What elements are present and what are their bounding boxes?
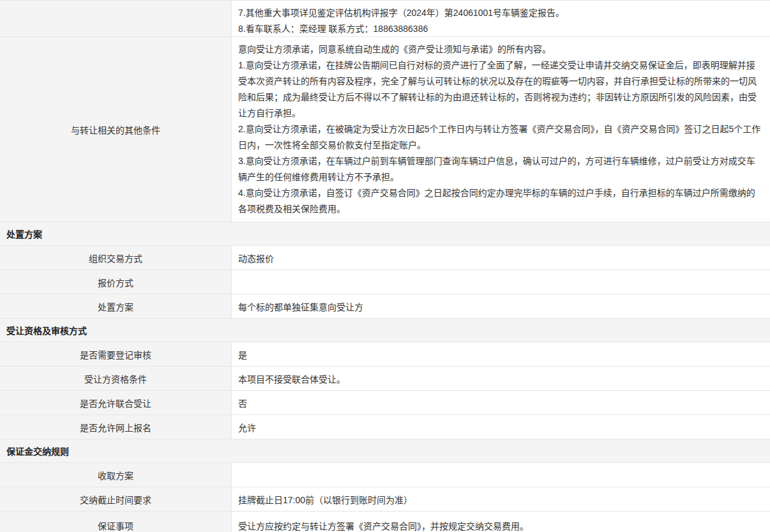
- row-label: 与转让相关的其他条件: [0, 37, 232, 222]
- row-value: 本项目不接受联合体受让。: [232, 367, 770, 390]
- asset-transfer-detail-table: 7.其他重大事项详见鉴定评估机构评报字（2024年）第24061001号车辆鉴定…: [0, 0, 770, 532]
- condition-paragraph: 意向受让方须承诺，同意系统自动生成的《资产受让须知与承诺》的所有内容。: [238, 42, 764, 57]
- row-value: 挂牌截止日17:00前（以银行到账时间为准）: [232, 487, 770, 511]
- condition-paragraph: 2.意向受让方须承诺，在被确定为受让方次日起5个工作日内与转让方签署《资产交易合…: [238, 121, 764, 153]
- row-value: [232, 270, 770, 294]
- table-row: 报价方式: [0, 270, 770, 294]
- table-row-other-conditions: 与转让相关的其他条件 意向受让方须承诺，同意系统自动生成的《资产受让须知与承诺》…: [0, 37, 770, 222]
- row-value-other-conditions: 意向受让方须承诺，同意系统自动生成的《资产受让须知与承诺》的所有内容。 1.意向…: [232, 37, 770, 222]
- section-header-deposit-rules: 保证金交纳规则: [0, 439, 770, 463]
- row-label: 报价方式: [0, 270, 232, 294]
- row-value: 否: [232, 391, 770, 414]
- table-row-notes: 7.其他重大事项详见鉴定评估机构评报字（2024年）第24061001号车辆鉴定…: [0, 1, 770, 37]
- row-label: 是否允许联合受让: [0, 391, 232, 414]
- table-row: 收取方案: [0, 463, 770, 487]
- table-row: 处置方案 每个标的都单独征集意向受让方: [0, 294, 770, 319]
- row-label: 是否需要登记审核: [0, 342, 232, 366]
- table-row: 保证事项 受让方应按约定与转让方签署《资产交易合同》，并按规定交纳交易费用。: [0, 512, 770, 532]
- section-header-disposal-plan: 处置方案: [0, 222, 770, 246]
- row-value: [232, 463, 770, 487]
- section-title: 保证金交纳规则: [6, 445, 69, 457]
- row-value: 每个标的都单独征集意向受让方: [232, 294, 770, 318]
- table-row: 交纳截止时间要求 挂牌截止日17:00前（以银行到账时间为准）: [0, 487, 770, 512]
- row-value: 是: [232, 342, 770, 366]
- condition-paragraph: 4.意向受让方须承诺，自签订《资产交易合同》之日起按合同约定办理完毕标的车辆的过…: [238, 185, 764, 217]
- row-label: 是否允许网上报名: [0, 415, 232, 439]
- row-value-notes: 7.其他重大事项详见鉴定评估机构评报字（2024年）第24061001号车辆鉴定…: [232, 1, 770, 36]
- row-label: 处置方案: [0, 294, 232, 318]
- row-label-empty: [0, 1, 232, 36]
- note-line-7: 7.其他重大事项详见鉴定评估机构评报字（2024年）第24061001号车辆鉴定…: [238, 5, 764, 21]
- row-label: 组织交易方式: [0, 246, 232, 270]
- row-value: 动态报价: [232, 246, 770, 270]
- section-title: 受让资格及审核方式: [6, 324, 87, 337]
- row-label: 保证事项: [0, 512, 232, 532]
- table-row: 受让方资格条件 本项目不接受联合体受让。: [0, 367, 770, 391]
- condition-paragraph: 3.意向受让方须承诺，在车辆过户前到车辆管理部门查询车辆过户信息，确认可过户的，…: [238, 153, 764, 185]
- section-header-qualification-review: 受让资格及审核方式: [0, 319, 770, 342]
- row-label: 受让方资格条件: [0, 367, 232, 390]
- condition-paragraph: 1.意向受让方须承诺，在挂牌公告期间已自行对标的资产进行了全面了解，一经递交受让…: [238, 57, 764, 121]
- table-row: 组织交易方式 动态报价: [0, 246, 770, 270]
- table-row: 是否允许联合受让 否: [0, 391, 770, 415]
- note-line-8: 8.看车联系人：栾经理 联系方式：18863886386: [238, 21, 764, 37]
- section-title: 处置方案: [6, 227, 42, 240]
- row-label: 交纳截止时间要求: [0, 487, 232, 511]
- row-value: 受让方应按约定与转让方签署《资产交易合同》，并按规定交纳交易费用。: [232, 512, 770, 532]
- table-row: 是否允许网上报名 允许: [0, 415, 770, 439]
- row-label: 收取方案: [0, 463, 232, 487]
- row-value: 允许: [232, 415, 770, 439]
- table-row: 是否需要登记审核 是: [0, 342, 770, 367]
